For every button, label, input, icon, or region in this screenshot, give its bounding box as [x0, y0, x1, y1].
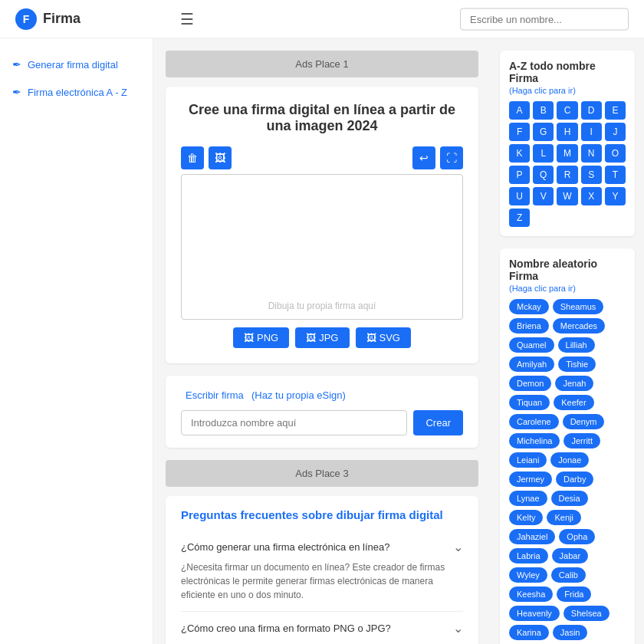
az-grid: ABCDEFGHIJKLMNOPQRSTUVWXYZ: [509, 101, 626, 227]
hamburger-menu[interactable]: ☰: [180, 10, 194, 28]
az-letter-Y[interactable]: Y: [605, 187, 626, 205]
name-tag-jabar[interactable]: Jabar: [552, 548, 589, 564]
name-tag-keefer[interactable]: Keefer: [554, 395, 593, 410]
az-letter-S[interactable]: S: [581, 166, 602, 184]
name-tag-opha[interactable]: Opha: [559, 529, 595, 544]
name-tag-mckay[interactable]: Mckay: [509, 299, 549, 314]
name-tag-quamel[interactable]: Quamel: [509, 337, 554, 353]
name-tag-mercades[interactable]: Mercades: [553, 318, 605, 334]
write-sig-title: Escribir firma (Haz tu propia eSign): [181, 388, 463, 401]
az-letter-W[interactable]: W: [557, 187, 577, 205]
az-letter-I[interactable]: I: [581, 123, 602, 141]
chevron-down-icon-2: ⌄: [453, 621, 463, 636]
faq-item-1: ¿Cómo generar una firma electrónica en l…: [181, 531, 463, 612]
name-tag-desia[interactable]: Desia: [551, 491, 588, 506]
chevron-down-icon-1: ⌄: [453, 540, 463, 554]
fullscreen-button[interactable]: ⛶: [440, 146, 463, 169]
random-subtitle[interactable]: (Haga clic para ir): [509, 284, 626, 293]
name-tag-frida[interactable]: Frida: [557, 586, 591, 602]
write-sig-row: Crear: [181, 410, 463, 435]
az-letter-J[interactable]: J: [605, 123, 626, 141]
name-tag-michelina[interactable]: Michelina: [509, 433, 560, 449]
export-jpg-button[interactable]: 🖼 JPG: [295, 327, 349, 348]
az-letter-M[interactable]: M: [557, 144, 577, 163]
trash-button[interactable]: 🗑: [181, 146, 204, 169]
export-svg-button[interactable]: 🖼 SVG: [356, 327, 411, 348]
image-button[interactable]: 🖼: [209, 146, 232, 169]
name-tag-briena[interactable]: Briena: [509, 318, 549, 334]
sidebar: ✒ Generar firma digital ✒ Firma electrón…: [0, 38, 153, 644]
name-tag-darby[interactable]: Darby: [556, 472, 593, 487]
name-tag-kenji[interactable]: Kenji: [547, 510, 580, 525]
name-tag-lynae[interactable]: Lynae: [509, 491, 547, 506]
az-letter-Z[interactable]: Z: [509, 209, 530, 227]
name-tag-carolene[interactable]: Carolene: [509, 414, 559, 429]
name-tag-tishie[interactable]: Tishie: [558, 356, 596, 372]
write-sig-section: Escribir firma (Haz tu propia eSign) Cre…: [166, 376, 478, 448]
logo[interactable]: F Firma: [15, 8, 80, 30]
crear-button[interactable]: Crear: [413, 410, 463, 435]
name-tag-jahaziel[interactable]: Jahaziel: [509, 529, 555, 544]
name-tag-wyley[interactable]: Wyley: [509, 567, 547, 583]
write-sig-input[interactable]: [181, 410, 407, 435]
draw-canvas[interactable]: Dibuja tu propia firma aquí: [181, 174, 463, 320]
az-letter-N[interactable]: N: [581, 144, 602, 163]
name-tag-shelsea[interactable]: Shelsea: [564, 606, 610, 621]
name-tag-lilliah[interactable]: Lilliah: [558, 337, 595, 353]
name-tag-heavenly[interactable]: Heavenly: [509, 606, 560, 621]
az-letter-D[interactable]: D: [581, 101, 602, 120]
draw-toolbar: 🗑 🖼 ↩ ⛶: [181, 146, 463, 169]
az-letter-A[interactable]: A: [509, 101, 530, 120]
faq-question-2[interactable]: ¿Cómo creo una firma en formato PNG o JP…: [181, 621, 463, 636]
search-input[interactable]: [460, 8, 629, 30]
name-tag-keesha[interactable]: Keesha: [509, 586, 553, 602]
az-letter-G[interactable]: G: [533, 123, 554, 141]
az-letter-E[interactable]: E: [605, 101, 626, 120]
name-tag-jerritt[interactable]: Jerritt: [564, 433, 600, 449]
faq-title: Preguntas frecuentes sobre dibujar firma…: [181, 508, 463, 521]
name-tag-denym[interactable]: Denym: [563, 414, 605, 429]
az-letter-K[interactable]: K: [509, 144, 530, 163]
main-title: Cree una firma digital en línea a partir…: [181, 102, 463, 134]
az-subtitle[interactable]: (Haga clic para ir): [509, 86, 626, 95]
export-png-button[interactable]: 🖼 PNG: [233, 327, 289, 348]
name-tag-amilyah[interactable]: Amilyah: [509, 356, 554, 372]
name-tag-karina[interactable]: Karina: [509, 625, 549, 640]
name-tag-jonae[interactable]: Jonae: [550, 452, 589, 468]
sidebar-item-generar[interactable]: ✒ Generar firma digital: [0, 51, 153, 78]
az-letter-X[interactable]: X: [581, 187, 602, 205]
sidebar-item-label: Generar firma digital: [28, 59, 118, 71]
az-letter-O[interactable]: O: [605, 144, 626, 163]
toolbar-left: 🗑 🖼: [181, 146, 232, 169]
sidebar-item-firma-az[interactable]: ✒ Firma electrónica A - Z: [0, 78, 153, 106]
az-letter-F[interactable]: F: [509, 123, 530, 141]
az-letter-H[interactable]: H: [557, 123, 577, 141]
az-letter-P[interactable]: P: [509, 166, 530, 184]
az-letter-L[interactable]: L: [533, 144, 554, 163]
name-tag-jasin[interactable]: Jasin: [553, 625, 588, 640]
az-letter-B[interactable]: B: [533, 101, 554, 120]
name-tag-tiquan[interactable]: Tiquan: [509, 395, 550, 410]
name-tag-demon[interactable]: Demon: [509, 376, 551, 391]
ads-banner-1: Ads Place 1: [166, 51, 478, 77]
az-letter-C[interactable]: C: [557, 101, 577, 120]
name-tag-labria[interactable]: Labria: [509, 548, 548, 564]
az-section: A-Z todo nombre Firma (Haga clic para ir…: [500, 51, 635, 236]
ads-banner-3: Ads Place 3: [166, 460, 478, 487]
jpg-icon: 🖼: [306, 332, 316, 343]
name-tag-calib[interactable]: Calib: [551, 567, 586, 583]
az-letter-V[interactable]: V: [533, 187, 554, 205]
faq-item-2: ¿Cómo creo una firma en formato PNG o JP…: [181, 612, 463, 644]
az-letter-Q[interactable]: Q: [533, 166, 554, 184]
faq-question-1[interactable]: ¿Cómo generar una firma electrónica en l…: [181, 540, 463, 554]
az-letter-U[interactable]: U: [509, 187, 530, 205]
az-letter-R[interactable]: R: [557, 166, 577, 184]
name-tag-kelty[interactable]: Kelty: [509, 510, 543, 525]
undo-button[interactable]: ↩: [412, 146, 435, 169]
az-letter-T[interactable]: T: [605, 166, 626, 184]
name-tag-jermey[interactable]: Jermey: [509, 472, 552, 487]
name-tag-sheamus[interactable]: Sheamus: [553, 299, 603, 314]
name-tag-leiani[interactable]: Leiani: [509, 452, 547, 468]
name-tag-jenah[interactable]: Jenah: [555, 376, 593, 391]
logo-icon: F: [15, 8, 37, 30]
